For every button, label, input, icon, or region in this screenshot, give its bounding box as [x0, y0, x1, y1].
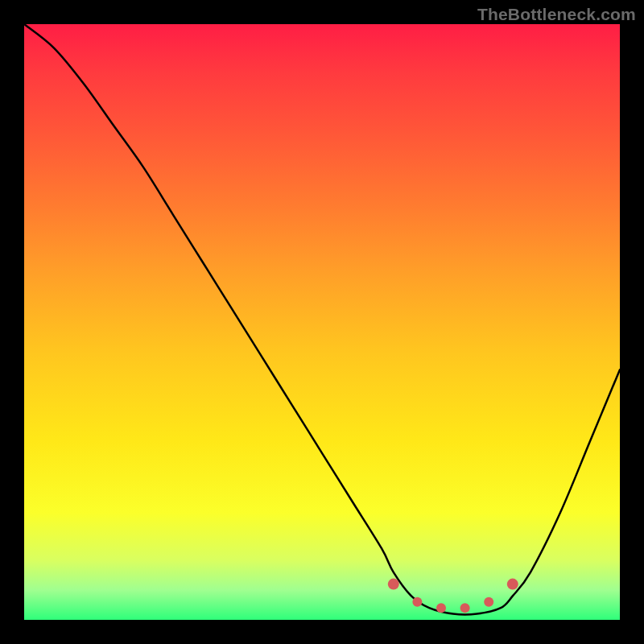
trough-marker — [412, 597, 422, 607]
chart-container: TheBottleneck.com — [0, 0, 644, 644]
bottleneck-curve — [24, 24, 620, 615]
plot-area — [24, 24, 620, 620]
trough-marker — [436, 603, 446, 613]
trough-markers — [388, 579, 518, 613]
trough-marker — [388, 579, 399, 590]
watermark-text: TheBottleneck.com — [477, 5, 636, 24]
trough-marker — [460, 603, 470, 613]
trough-marker — [484, 597, 493, 607]
trough-marker — [507, 579, 518, 590]
curve-layer — [24, 24, 620, 620]
